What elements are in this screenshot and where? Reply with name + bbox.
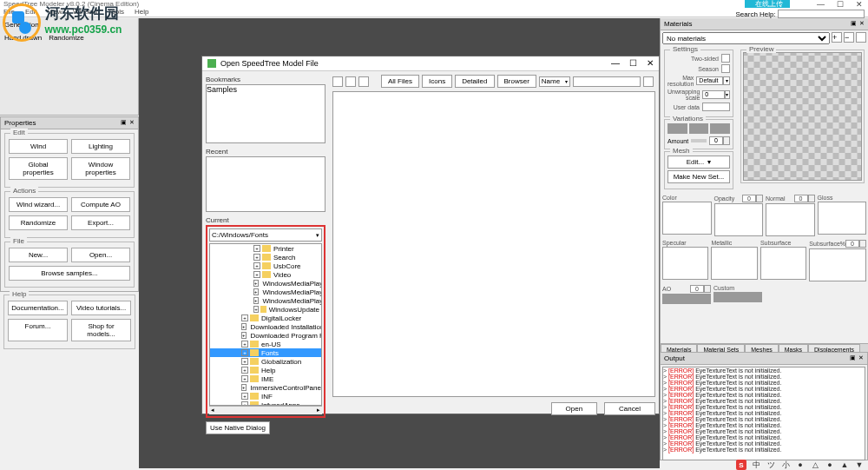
user-data-field[interactable] bbox=[702, 103, 730, 111]
browse-samples-button[interactable]: Browse samples... bbox=[9, 266, 130, 281]
recent-list[interactable] bbox=[206, 156, 326, 212]
wind-wizard-button[interactable]: Wind wizard... bbox=[9, 197, 68, 212]
minimize-button[interactable]: — bbox=[817, 0, 825, 9]
variation-slot[interactable] bbox=[689, 123, 709, 134]
specular-slot[interactable] bbox=[662, 247, 708, 280]
scroll-right-icon[interactable]: ▸ bbox=[317, 407, 320, 414]
tree-item[interactable]: +IME bbox=[210, 374, 321, 383]
metallic-slot[interactable] bbox=[711, 247, 757, 280]
season-checkbox[interactable] bbox=[721, 64, 730, 73]
nav-fwd-button[interactable] bbox=[345, 76, 356, 87]
new-button[interactable]: New... bbox=[9, 248, 68, 262]
tray-icon[interactable]: ▼ bbox=[854, 460, 865, 470]
filter-icons[interactable]: Icons bbox=[422, 75, 452, 88]
tree-item[interactable]: +Search bbox=[210, 253, 321, 261]
tree-item[interactable]: +Downloaded Installations bbox=[210, 322, 321, 331]
gloss-slot[interactable] bbox=[818, 202, 867, 235]
subsurfacepct-slot[interactable] bbox=[809, 248, 866, 281]
compute-ao-button[interactable]: Compute AO bbox=[71, 197, 130, 212]
menu-help[interactable]: Help bbox=[135, 8, 148, 17]
expand-icon[interactable]: + bbox=[241, 349, 248, 356]
opacity-spin[interactable] bbox=[756, 195, 763, 202]
normal-slot[interactable] bbox=[766, 203, 815, 236]
max-res-combo[interactable]: Default bbox=[696, 76, 723, 85]
tray-icon[interactable]: ▲ bbox=[839, 460, 850, 470]
variation-slot[interactable] bbox=[710, 123, 730, 134]
tree-item[interactable]: +WindowsMediaPlayer bbox=[210, 279, 321, 288]
unwrap-value[interactable]: 0 bbox=[702, 90, 724, 99]
tree-item[interactable]: +Video bbox=[210, 270, 321, 279]
tray-icon[interactable]: △ bbox=[810, 460, 820, 470]
tree-item[interactable]: +WindowsMediaPlayer bbox=[210, 288, 321, 296]
tree-item[interactable]: +WindowsMediaPlayer bbox=[210, 296, 321, 305]
wind-button[interactable]: Wind bbox=[9, 139, 68, 154]
folder-tree[interactable]: +Printer+Search+UsbCore+Video+WindowsMed… bbox=[209, 243, 322, 406]
global-props-button[interactable]: Global properties bbox=[9, 157, 68, 180]
mesh-edit-button[interactable]: Edit... bbox=[667, 156, 730, 169]
shop-models-button[interactable]: Shop for models... bbox=[71, 319, 131, 341]
open-button[interactable]: Open... bbox=[71, 248, 130, 262]
scroll-left-icon[interactable]: ◂ bbox=[211, 407, 214, 414]
sort-by-combo[interactable]: Name bbox=[539, 76, 570, 87]
panel-float-icon[interactable]: ▣ bbox=[851, 20, 857, 28]
expand-icon[interactable]: + bbox=[241, 314, 248, 321]
tree-item[interactable]: +Printer bbox=[210, 244, 321, 253]
tree-item[interactable]: +Downloaded Program Files bbox=[210, 331, 321, 340]
export-button[interactable]: Export... bbox=[71, 215, 130, 230]
expand-icon[interactable]: + bbox=[241, 375, 248, 382]
expand-icon[interactable]: + bbox=[253, 288, 259, 295]
dialog-maximize-button[interactable]: ☐ bbox=[628, 58, 638, 68]
tree-item[interactable]: +INF bbox=[210, 392, 321, 400]
subsurface-slot[interactable] bbox=[760, 247, 806, 280]
dialog-minimize-button[interactable]: — bbox=[610, 58, 621, 68]
ao-slot[interactable] bbox=[662, 294, 711, 304]
panel-close-icon[interactable]: ✕ bbox=[859, 20, 865, 28]
ao-spin[interactable] bbox=[704, 285, 711, 293]
dialog-cancel-button[interactable]: Cancel bbox=[604, 402, 655, 415]
tray-sogou-icon[interactable]: S bbox=[736, 460, 746, 470]
tray-ime-icon[interactable]: 中 bbox=[751, 460, 761, 470]
nav-up-button[interactable] bbox=[358, 76, 369, 87]
two-sided-checkbox[interactable] bbox=[721, 54, 730, 63]
expand-icon[interactable]: + bbox=[241, 367, 248, 374]
subsurfacepct-value[interactable]: 0 bbox=[845, 240, 859, 248]
amount-slider[interactable] bbox=[691, 139, 707, 142]
material-select[interactable]: No materials bbox=[662, 32, 830, 44]
dialog-open-button[interactable]: Open bbox=[551, 402, 598, 415]
ao-value[interactable]: 0 bbox=[690, 285, 704, 293]
opacity-value[interactable]: 0 bbox=[742, 195, 756, 202]
expand-icon[interactable]: + bbox=[241, 332, 247, 339]
dialog-close-button[interactable]: ✕ bbox=[645, 58, 655, 68]
tray-icon[interactable]: ツ bbox=[766, 460, 776, 470]
maximize-button[interactable]: ☐ bbox=[837, 0, 844, 9]
tree-item[interactable]: +DigitalLocker bbox=[210, 314, 321, 322]
forum-button[interactable]: Forum... bbox=[8, 319, 68, 341]
file-list-area[interactable] bbox=[332, 91, 655, 397]
path-combo[interactable]: C:/Windows/Fonts bbox=[209, 228, 322, 242]
filename-field[interactable] bbox=[573, 76, 641, 87]
material-options-button[interactable] bbox=[856, 32, 866, 43]
expand-icon[interactable]: + bbox=[253, 280, 259, 287]
filter-detailed[interactable]: Detailed bbox=[455, 75, 494, 88]
expand-icon[interactable]: + bbox=[241, 393, 248, 400]
delete-material-button[interactable]: − bbox=[844, 32, 854, 43]
expand-icon[interactable]: + bbox=[241, 341, 248, 348]
tray-mic-icon[interactable]: ● bbox=[795, 460, 806, 470]
nav-back-button[interactable] bbox=[332, 76, 343, 87]
add-material-button[interactable]: + bbox=[832, 32, 842, 43]
color-slot[interactable] bbox=[662, 202, 712, 235]
unwrap-spin[interactable]: ▾ bbox=[725, 90, 730, 99]
tree-item[interactable]: +UsbCore bbox=[210, 261, 321, 270]
panel-close-icon[interactable]: ✕ bbox=[129, 119, 135, 127]
make-new-set-button[interactable]: Make New Set... bbox=[667, 170, 730, 183]
close-button[interactable]: ✕ bbox=[856, 0, 863, 9]
tree-item[interactable]: +Help bbox=[210, 366, 321, 374]
panel-float-icon[interactable]: ▣ bbox=[121, 119, 127, 127]
expand-icon[interactable]: + bbox=[253, 245, 260, 252]
variation-slot[interactable] bbox=[667, 123, 687, 134]
expand-icon[interactable]: + bbox=[253, 262, 260, 269]
expand-icon[interactable]: + bbox=[253, 271, 260, 278]
panel-float-icon[interactable]: ▣ bbox=[850, 354, 856, 362]
subsurfacepct-spin[interactable] bbox=[859, 240, 866, 248]
tray-icon[interactable]: 小 bbox=[780, 460, 791, 470]
